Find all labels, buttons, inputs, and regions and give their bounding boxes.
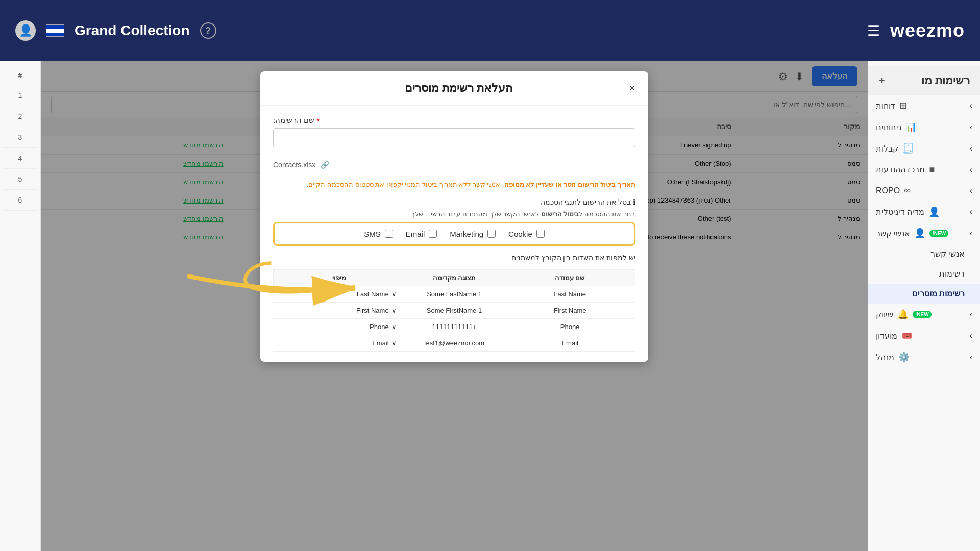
sidebar-item-messages[interactable]: › ■ מרכז ההודעות: [868, 159, 980, 180]
content-area: העלאה ⬇ ⚙ מקור סיבה מנהיר ל: [41, 61, 868, 551]
ropo-icon: ∞: [904, 185, 911, 196]
chevron-right-icon: ›: [970, 353, 972, 362]
mapping-note: יש למפות את השדות בין הקובץ למשתנים: [273, 254, 635, 262]
sidebar-item-receipts-inner: 🧾 קבלות: [876, 143, 914, 154]
row-num-4: 4: [3, 148, 38, 169]
mapping-row-firstname: First Name Some FirstName 1 ∨ First Name: [273, 303, 635, 319]
sidebar-item-contacts-inner: NEW! 👤 אנשי קשר: [876, 228, 948, 239]
chevron-right-icon: ›: [970, 144, 972, 153]
chevron-right-icon: ›: [970, 186, 972, 195]
modal-title: העלאת רשימת מוסרים: [288, 82, 629, 95]
sidebar-item-messages-inner: ■ מרכז ההודעות: [876, 164, 935, 175]
sidebar-item-lists[interactable]: רשימות: [868, 264, 980, 284]
add-icon[interactable]: +: [878, 74, 885, 87]
map-select-value: Phone: [370, 323, 389, 331]
sidebar-item-receipts-label: קבלות: [876, 144, 898, 154]
row-num-5: 5: [3, 169, 38, 190]
cookie-checkbox[interactable]: [536, 230, 545, 238]
chevron-right-icon: ›: [970, 229, 972, 238]
sidebar-item-reports[interactable]: › ⊞ דוחות: [868, 95, 980, 116]
sidebar-item-club[interactable]: › 🎟️ מועדון: [868, 325, 980, 346]
row-number-header: #: [3, 66, 38, 85]
map-col-preview: +11111111111: [397, 323, 512, 331]
sidebar-item-receipts[interactable]: › 🧾 קבלות: [868, 138, 980, 159]
sidebar-item-lists-label: רשימות: [939, 269, 965, 279]
topbar: 👤 Grand Collection ? ☰ weezmo: [0, 0, 980, 61]
marketing-icon: 🔔: [897, 309, 909, 320]
file-row: 🔗 Contacts.xlsx: [273, 157, 635, 173]
modal-body: * שם הרשימה: 🔗 Contacts.xlsx תאריך ביטול…: [260, 106, 648, 362]
sidebar-item-contacts[interactable]: › NEW! 👤 אנשי קשר: [868, 222, 980, 244]
menu-button[interactable]: ☰: [867, 22, 880, 39]
map-col-name: Phone: [512, 323, 628, 331]
marketing-checkbox-item[interactable]: Marketing: [450, 230, 496, 238]
map-col-name: First Name: [512, 307, 628, 314]
language-flag[interactable]: [46, 24, 64, 37]
map-col-name: Email: [512, 339, 628, 347]
list-name-group: * שם הרשימה:: [273, 116, 635, 147]
sidebar-item-contacts-list-label: אנשי קשר: [930, 249, 965, 259]
map-select-arrow: ∨: [391, 339, 397, 347]
list-name-input[interactable]: [273, 128, 635, 147]
sms-checkbox[interactable]: [385, 230, 393, 238]
mapping-row-phone: Phone +11111111111 ∨ Phone: [273, 319, 635, 335]
marketing-checkbox[interactable]: [487, 230, 496, 238]
sidebar-item-digital[interactable]: › 👤 מדיה דיניטלית: [868, 201, 980, 222]
sidebar-item-manager[interactable]: › ⚙️ מנהל: [868, 346, 980, 368]
map-col-select[interactable]: ∨ Last Name: [281, 290, 397, 298]
marketing-badge: NEW!: [913, 311, 932, 318]
analytics-icon: 📊: [905, 121, 917, 133]
cookie-checkbox-item[interactable]: Cookie: [508, 230, 545, 238]
sms-label: SMS: [364, 230, 381, 238]
modal-close-button[interactable]: ×: [629, 82, 635, 95]
email-label: Email: [406, 230, 425, 238]
sidebar-item-reports-inner: ⊞ דוחות: [876, 100, 907, 111]
modal-header: × העלאת רשימת מוסרים: [260, 71, 648, 106]
mapping-row-email: Email test1@weezmo.com ∨ Email: [273, 335, 635, 352]
app-title: Grand Collection: [75, 22, 190, 39]
mapping-header-row: שם עמודה תצוגה מקדימה מיפוי: [273, 269, 635, 286]
sidebar-item-analytics[interactable]: › 📊 ניתוחים: [868, 116, 980, 138]
help-button[interactable]: ?: [200, 22, 216, 39]
email-checkbox-item[interactable]: Email: [406, 230, 437, 238]
chevron-right-icon: ›: [970, 207, 972, 216]
upload-contacts-modal: × העלאת רשימת מוסרים * שם הרשימה:: [260, 71, 648, 362]
mapping-col-header-map: מיפוי: [281, 274, 397, 282]
topbar-right: ☰ weezmo: [867, 20, 965, 41]
sms-checkbox-item[interactable]: SMS: [364, 230, 393, 238]
map-col-preview: Some LastName 1: [397, 290, 512, 298]
consent-section: ℹ בטל את הרישום לתנגי הסכמה בחר את ההסכמ…: [273, 198, 635, 246]
reports-icon: ⊞: [899, 100, 907, 111]
cookie-label: Cookie: [508, 230, 532, 238]
topbar-left: 👤 Grand Collection ?: [15, 20, 216, 41]
map-col-select[interactable]: ∨ Phone: [281, 323, 397, 331]
required-marker: *: [316, 116, 320, 125]
user-avatar[interactable]: 👤: [15, 20, 36, 41]
contacts-icon: 👤: [914, 228, 925, 239]
consent-checkboxes-row: Cookie Marketing Email: [273, 222, 635, 246]
sidebar-item-suppression-lists[interactable]: רשימות מוסרים: [868, 284, 980, 304]
sidebar-item-suppression-label: רשימות מוסרים: [912, 289, 965, 298]
row-num-2: 2: [3, 106, 38, 127]
email-checkbox[interactable]: [429, 230, 437, 238]
mapping-col-header-name: שם עמודה: [512, 274, 627, 282]
map-col-select[interactable]: ∨ Email: [281, 339, 397, 347]
sidebar-item-analytics-label: ניתוחים: [876, 122, 901, 132]
sidebar-item-club-inner: 🎟️ מועדון: [876, 330, 913, 341]
sidebar-item-ropo-inner: ∞ ROPO: [876, 185, 911, 196]
map-select-arrow: ∨: [391, 323, 397, 331]
content-header: רשימות מו +: [868, 66, 980, 95]
sidebar-item-contacts-label: אנשי קשר: [876, 229, 910, 238]
chevron-right-icon: ›: [970, 165, 972, 174]
club-icon: 🎟️: [901, 330, 913, 341]
sidebar-item-ropo[interactable]: › ∞ ROPO: [868, 180, 980, 201]
map-col-select[interactable]: ∨ First Name: [281, 307, 397, 314]
sidebar-item-marketing[interactable]: › NEW! 🔔 שיווק: [868, 304, 980, 325]
marketing-label: Marketing: [450, 230, 483, 238]
messages-icon: ■: [929, 164, 935, 175]
sidebar-item-contacts-list[interactable]: אנשי קשר: [868, 244, 980, 264]
chevron-right-icon: ›: [970, 310, 972, 319]
warning-strong: תאריך ביטול הרישום חסר או שעדיין לא ממופ…: [504, 181, 635, 188]
sidebar-item-digital-label: מדיה דיניטלית: [876, 207, 924, 217]
weezmo-logo: weezmo: [890, 20, 965, 41]
